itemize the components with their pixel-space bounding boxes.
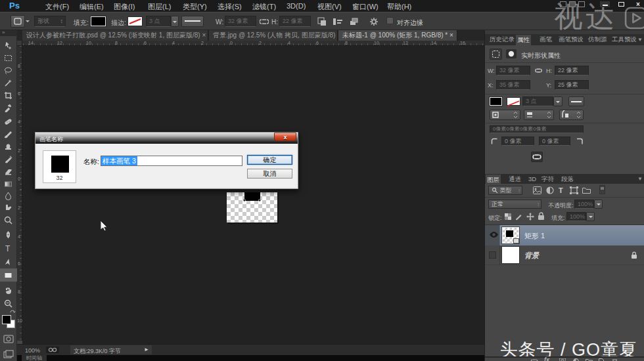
svg-text:T: T — [5, 244, 11, 253]
